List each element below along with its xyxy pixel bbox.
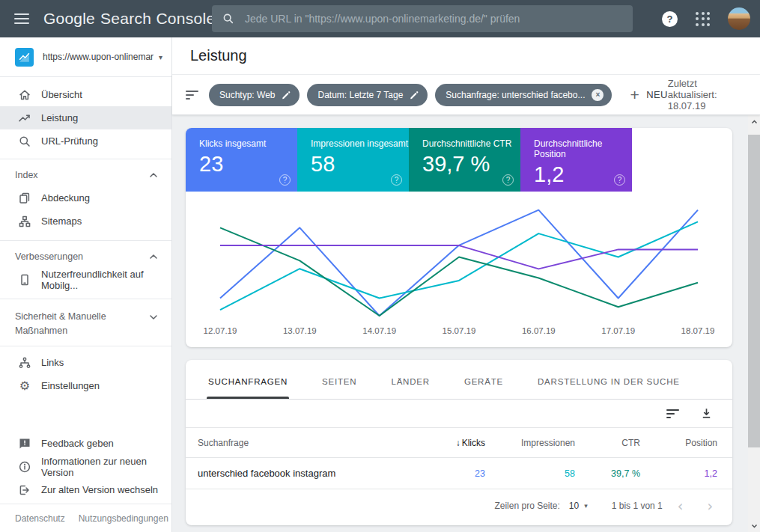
x-tick: 13.07.19: [283, 326, 317, 335]
sidebar-item-links[interactable]: Links: [0, 351, 171, 374]
remove-filter-icon[interactable]: ×: [592, 89, 604, 101]
sidebar-item-label: URL-Prüfung: [41, 135, 98, 147]
link-datenschutz[interactable]: Datenschutz: [15, 513, 65, 524]
column-klicks[interactable]: ↓Klicks: [433, 438, 485, 448]
x-tick: 12.07.19: [204, 326, 237, 335]
metric-impressions[interactable]: Impressionen insgesamt 58 ?: [297, 128, 409, 192]
new-filter-label: NEU: [646, 89, 668, 100]
help-icon[interactable]: ?: [502, 174, 514, 186]
section-title-label: Sicherheit & Manuelle Maßnahmen: [15, 310, 127, 338]
metric-ctr[interactable]: Durchschnittliche CTR 39,7 % ?: [409, 128, 520, 192]
metric-position[interactable]: Durchschnittliche Position 1,2 ?: [520, 128, 632, 192]
edit-icon[interactable]: [282, 90, 291, 100]
table-pagination: Zeilen pro Seite: 10 ▾ 1 bis 1 von 1 ‹ ›: [186, 489, 732, 522]
sidebar-item-alte-version[interactable]: Zur alten Version wechseln: [0, 478, 171, 501]
scrollbar[interactable]: [748, 115, 760, 532]
table-filter-icon[interactable]: [666, 409, 680, 418]
app-logo[interactable]: Google Search Console: [43, 10, 216, 28]
section-verbesserungen[interactable]: Verbesserungen: [0, 245, 171, 268]
performance-chart[interactable]: [198, 201, 720, 324]
help-button[interactable]: ?: [662, 11, 678, 27]
scrollbar-thumb[interactable]: [748, 135, 760, 447]
rows-per-page-select[interactable]: 10 ▾: [569, 501, 588, 511]
sidebar-item-einstellungen[interactable]: ⚙ Einstellungen: [0, 374, 171, 397]
scroll-down-icon[interactable]: [748, 520, 760, 531]
sidebar-item-url-pruefung[interactable]: URL-Prüfung: [0, 129, 171, 153]
metric-clicks[interactable]: Klicks insgesamt 23 ?: [186, 128, 297, 192]
sidebar-footer: Datenschutz Nutzungsbedingungen: [0, 504, 171, 532]
help-icon[interactable]: ?: [279, 174, 291, 186]
filter-chip-suchanfrage[interactable]: Suchanfrage: unterschied facebo... ×: [435, 84, 612, 106]
chevron-down-icon: [149, 314, 158, 320]
new-filter-button[interactable]: + NEU: [630, 88, 667, 103]
dimension-tabs: SUCHANFRAGEN SEITEN LÄNDER GERÄTE DARSTE…: [186, 360, 732, 400]
tab-laender[interactable]: LÄNDER: [389, 377, 431, 399]
help-icon[interactable]: ?: [614, 174, 625, 186]
metric-label: Durchschnittliche CTR: [422, 138, 520, 149]
chip-label: Suchanfrage: unterschied facebo...: [446, 90, 585, 100]
cell-klicks: 23: [433, 468, 485, 479]
chart-area[interactable]: 12.07.19 13.07.19 14.07.19 15.07.19 16.0…: [186, 192, 732, 341]
filter-chip-datum[interactable]: Datum: Letzte 7 Tage: [307, 84, 428, 106]
google-apps-icon[interactable]: [696, 12, 710, 26]
property-selector[interactable]: https://www.upon-onlinemar ... ▾: [0, 37, 171, 77]
sidebar: https://www.upon-onlinemar ... ▾ Übersic…: [0, 37, 172, 532]
page-title: Leistung: [190, 47, 247, 64]
section-sicherheit[interactable]: Sicherheit & Manuelle Maßnahmen: [0, 304, 171, 338]
next-page-button[interactable]: ›: [698, 498, 722, 514]
prev-page-button[interactable]: ‹: [669, 498, 693, 514]
filter-bar: Suchtyp: Web Datum: Letzte 7 Tage Suchan…: [172, 75, 760, 115]
sidebar-item-leistung[interactable]: Leistung: [0, 106, 171, 129]
column-position[interactable]: Position: [640, 438, 717, 448]
tab-seiten[interactable]: SEITEN: [320, 377, 358, 399]
sidebar-item-sitemaps[interactable]: Sitemaps: [0, 210, 171, 233]
tab-geraete[interactable]: GERÄTE: [463, 377, 505, 399]
sidebar-item-label: Nutzerfreundlichkeit auf Mobilg...: [41, 269, 171, 291]
sidebar-item-mobile-usability[interactable]: Nutzerfreundlichkeit auf Mobilg...: [0, 268, 171, 291]
sidebar-item-info-neue-version[interactable]: Informationen zur neuen Version: [0, 455, 171, 478]
x-tick: 16.07.19: [522, 326, 556, 335]
mobile-icon: [18, 273, 31, 287]
column-suchanfrage[interactable]: Suchanfrage: [186, 438, 433, 448]
logo-brand: Google: [43, 10, 95, 28]
chip-label: Datum: Letzte 7 Tage: [317, 90, 403, 100]
table-row[interactable]: unterschied facebook instagram 23 58 39,…: [186, 458, 732, 489]
sort-desc-icon: ↓: [456, 438, 460, 448]
download-icon[interactable]: [700, 407, 713, 420]
cell-query[interactable]: unterschied facebook instagram: [186, 468, 433, 479]
feedback-icon: [18, 437, 31, 450]
search-input[interactable]: [243, 12, 603, 25]
metric-value: 58: [311, 152, 409, 177]
x-tick: 14.07.19: [362, 326, 396, 335]
search-icon: [222, 13, 234, 25]
chevron-up-icon: [149, 254, 158, 260]
sidebar-item-label: Zur alten Version wechseln: [41, 484, 158, 495]
content-area: Klicks insgesamt 23 ? Impressionen insge…: [172, 115, 760, 532]
column-impressionen[interactable]: Impressionen: [485, 438, 575, 448]
sidebar-item-abdeckung[interactable]: Abdeckung: [0, 186, 171, 210]
plus-icon: +: [630, 88, 639, 103]
column-ctr[interactable]: CTR: [575, 438, 640, 448]
last-updated: Zuletzt aktualisiert: 18.07.19: [668, 78, 748, 111]
menu-icon[interactable]: [14, 13, 29, 24]
section-title-label: Verbesserungen: [15, 251, 83, 262]
help-icon[interactable]: ?: [391, 174, 402, 186]
sidebar-item-label: Feedback geben: [41, 438, 114, 449]
scroll-up-icon[interactable]: [748, 116, 760, 127]
main-area: Leistung Suchtyp: Web Datum: Letzte 7 Ta…: [172, 37, 760, 532]
filter-chip-suchtyp[interactable]: Suchtyp: Web: [209, 84, 300, 106]
performance-icon: [18, 111, 31, 125]
tab-darstellung[interactable]: DARSTELLUNG IN DER SUCHE: [536, 377, 681, 399]
filter-icon[interactable]: [186, 91, 198, 100]
exit-to-app-icon: [18, 483, 31, 497]
section-index[interactable]: Index: [0, 164, 171, 186]
metric-label: Durchschnittliche Position: [534, 138, 632, 159]
tab-suchanfragen[interactable]: SUCHANFRAGEN: [207, 377, 289, 399]
link-nutzungsbedingungen[interactable]: Nutzungsbedingungen: [79, 513, 168, 524]
sidebar-item-uebersicht[interactable]: Übersicht: [0, 83, 171, 106]
url-inspection-searchbar[interactable]: [212, 5, 633, 32]
avatar[interactable]: [728, 7, 750, 30]
sidebar-item-feedback[interactable]: Feedback geben: [0, 432, 171, 455]
edit-icon[interactable]: [410, 90, 419, 100]
cell-ctr: 39,7 %: [575, 468, 640, 479]
